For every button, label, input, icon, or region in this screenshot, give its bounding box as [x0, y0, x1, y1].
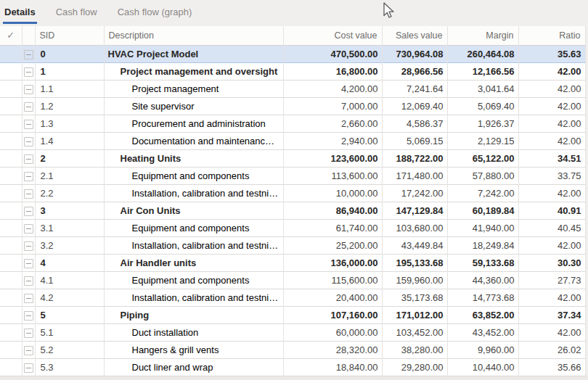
cell-description[interactable]: Procurement and administration — [104, 115, 283, 133]
cell-sales-value[interactable]: 103,452.00 — [382, 324, 447, 342]
cell-sid[interactable]: 1.2 — [35, 98, 104, 115]
tab-details[interactable]: Details — [3, 5, 37, 24]
table-row[interactable]: 1.1Project management4,200.007,241.643,0… — [0, 80, 585, 98]
cell-cost-value[interactable]: 10,000.00 — [283, 185, 382, 202]
row-select-cell[interactable] — [0, 80, 22, 98]
table-row[interactable]: 3.1Equipment and components61,740.00103,… — [0, 220, 585, 237]
cell-cost-value[interactable]: 2,940.00 — [283, 133, 382, 150]
cell-ratio[interactable]: 42.00 — [518, 237, 585, 255]
cell-cost-value[interactable]: 136,000.00 — [283, 255, 382, 272]
cell-sales-value[interactable]: 43,449.84 — [382, 237, 447, 255]
cell-sid[interactable]: 1.4 — [35, 133, 104, 150]
collapse-icon[interactable] — [24, 276, 33, 286]
cell-sid[interactable]: 2.1 — [35, 168, 104, 185]
tab-cash-flow-graph[interactable]: Cash flow (graph) — [116, 5, 194, 24]
cell-sid[interactable]: 2.2 — [35, 185, 104, 202]
cell-sid[interactable]: 1.3 — [35, 115, 104, 133]
row-select-cell[interactable] — [0, 46, 22, 63]
row-select-cell[interactable] — [0, 342, 22, 359]
table-row[interactable]: 3Air Con Units86,940.00147,129.8460,189.… — [0, 202, 585, 220]
table-row[interactable]: 2.2Installation, calibration and testnin… — [0, 185, 585, 202]
row-select-cell[interactable] — [0, 168, 22, 185]
cell-ratio[interactable]: 35.66 — [518, 359, 585, 376]
cell-description[interactable]: Installation, calibration and testning — [104, 185, 283, 202]
table-row[interactable]: 1Project management and oversight16,800.… — [0, 63, 585, 80]
cell-cost-value[interactable]: 20,400.00 — [283, 289, 382, 307]
cell-sales-value[interactable]: 7,241.64 — [382, 80, 447, 98]
cell-ratio[interactable]: 30.30 — [518, 255, 585, 272]
cell-margin[interactable]: 44,360.00 — [447, 272, 518, 289]
row-select-cell[interactable] — [0, 133, 22, 150]
collapse-icon[interactable] — [24, 85, 33, 94]
cell-cost-value[interactable]: 4,200.00 — [283, 80, 382, 98]
table-row[interactable]: 1.3Procurement and administration2,660.0… — [0, 115, 585, 133]
cell-margin[interactable]: 5,069.40 — [447, 98, 518, 115]
cell-margin[interactable]: 12,166.56 — [447, 63, 518, 80]
cell-sales-value[interactable]: 5,069.15 — [382, 133, 447, 150]
cell-cost-value[interactable]: 60,000.00 — [283, 324, 382, 342]
cell-sales-value[interactable]: 4,586.37 — [382, 115, 447, 133]
cell-description[interactable]: Heating Units — [104, 150, 283, 168]
collapse-icon[interactable] — [24, 294, 33, 303]
cell-ratio[interactable]: 37.34 — [518, 307, 585, 324]
column-header-sid[interactable]: SID — [35, 26, 104, 46]
cell-margin[interactable]: 43,452.00 — [447, 324, 518, 342]
cell-description[interactable]: Installation, calibration and testning — [104, 289, 283, 307]
row-select-cell[interactable] — [0, 237, 22, 255]
cell-ratio[interactable]: 40.45 — [518, 220, 585, 237]
table-row[interactable]: 5.2Hangers & grill vents28,320.0038,280.… — [0, 342, 585, 359]
table-row[interactable]: 5Piping107,160.00171,012.0063,852.0037.3… — [0, 307, 585, 324]
cell-ratio[interactable]: 42.00 — [518, 185, 585, 202]
cell-sales-value[interactable]: 159,960.00 — [382, 272, 447, 289]
cell-sales-value[interactable]: 147,129.84 — [382, 202, 447, 220]
cell-description[interactable]: Equipment and components — [104, 168, 283, 185]
cell-ratio[interactable]: 35.63 — [518, 46, 585, 63]
collapse-icon[interactable] — [24, 224, 33, 234]
select-all-header[interactable]: ✓ — [0, 26, 22, 46]
cell-description[interactable]: Equipment and components — [104, 220, 283, 237]
cell-sales-value[interactable]: 730,964.08 — [382, 46, 447, 63]
tab-cash-flow[interactable]: Cash flow — [54, 5, 99, 24]
collapse-icon[interactable] — [24, 207, 33, 216]
cell-sid[interactable]: 3.2 — [35, 237, 104, 255]
cell-ratio[interactable]: 40.91 — [518, 202, 585, 220]
cell-description[interactable]: Equipment and components — [104, 272, 283, 289]
cell-sid[interactable]: 5.3 — [35, 359, 104, 376]
table-row[interactable]: 4.2Installation, calibration and testnin… — [0, 289, 585, 307]
cell-margin[interactable]: 63,852.00 — [447, 307, 518, 324]
cell-ratio[interactable]: 34.51 — [518, 150, 585, 168]
cell-sales-value[interactable]: 35,173.68 — [382, 289, 447, 307]
cell-sales-value[interactable]: 29,280.00 — [382, 359, 447, 376]
cell-margin[interactable]: 41,940.00 — [447, 220, 518, 237]
column-header-ratio[interactable]: Ratio — [518, 26, 585, 46]
table-row[interactable]: 2.1Equipment and components113,600.00171… — [0, 168, 585, 185]
cell-sid[interactable]: 4.2 — [35, 289, 104, 307]
collapse-icon[interactable] — [24, 154, 33, 164]
cell-description[interactable]: Duct installation — [104, 324, 283, 342]
column-header-cost-value[interactable]: Cost value — [283, 26, 382, 46]
collapse-icon[interactable] — [24, 189, 33, 199]
cell-cost-value[interactable]: 16,800.00 — [283, 63, 382, 80]
row-select-cell[interactable] — [0, 150, 22, 168]
cell-ratio[interactable]: 26.02 — [518, 342, 585, 359]
collapse-icon[interactable] — [24, 346, 33, 355]
cell-sales-value[interactable]: 195,133.68 — [382, 255, 447, 272]
cell-sid[interactable]: 1 — [35, 63, 104, 80]
column-header-description[interactable]: Description — [104, 26, 283, 46]
cell-description[interactable]: Piping — [104, 307, 283, 324]
collapse-icon[interactable] — [24, 259, 33, 268]
collapse-icon[interactable] — [24, 67, 33, 77]
row-select-cell[interactable] — [0, 272, 22, 289]
cell-margin[interactable]: 10,440.00 — [447, 359, 518, 376]
cell-margin[interactable]: 18,249.84 — [447, 237, 518, 255]
cell-sales-value[interactable]: 171,480.00 — [382, 168, 447, 185]
cell-ratio[interactable]: 42.00 — [518, 98, 585, 115]
cell-margin[interactable]: 57,880.00 — [447, 168, 518, 185]
cell-cost-value[interactable]: 28,320.00 — [283, 342, 382, 359]
table-row[interactable]: 5.1Duct installation60,000.00103,452.004… — [0, 324, 585, 342]
collapse-icon[interactable] — [24, 102, 33, 112]
table-row[interactable]: 4.1Equipment and components115,600.00159… — [0, 272, 585, 289]
column-header-sales-value[interactable]: Sales value — [382, 26, 447, 46]
cell-cost-value[interactable]: 18,840.00 — [283, 359, 382, 376]
cell-ratio[interactable]: 42.00 — [518, 324, 585, 342]
